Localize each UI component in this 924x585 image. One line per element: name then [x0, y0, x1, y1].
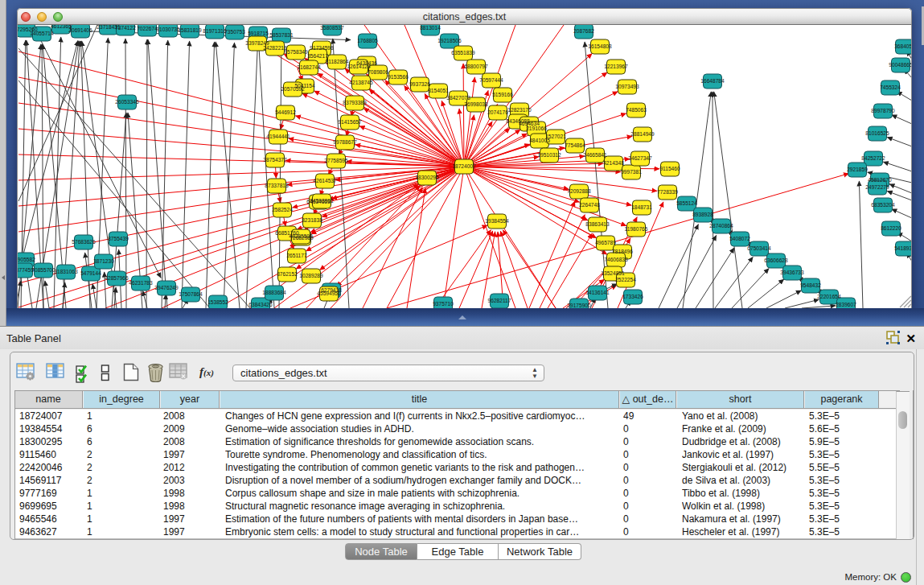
- svg-text:2522254: 2522254: [615, 277, 636, 282]
- svg-text:3684052: 3684052: [894, 43, 912, 49]
- svg-text:83793389: 83793389: [343, 100, 367, 105]
- svg-text:2191066: 2191066: [526, 126, 547, 131]
- svg-text:9153566: 9153566: [388, 74, 409, 80]
- svg-text:70855700: 70855700: [31, 267, 55, 273]
- svg-text:4965789: 4965789: [595, 240, 616, 245]
- svg-text:2074176: 2074176: [487, 109, 508, 115]
- svg-text:4905582: 4905582: [18, 257, 35, 262]
- svg-text:81182864: 81182864: [326, 59, 349, 64]
- svg-text:14136141: 14136141: [585, 290, 610, 295]
- svg-text:8755439: 8755439: [108, 236, 129, 241]
- svg-text:20570592: 20570592: [281, 86, 305, 92]
- svg-text:8231838: 8231838: [302, 217, 322, 223]
- svg-text:12614124: 12614124: [347, 64, 371, 69]
- svg-text:26053346: 26053346: [115, 99, 139, 105]
- svg-text:91734598: 91734598: [310, 45, 334, 51]
- svg-text:9997381: 9997381: [621, 169, 642, 175]
- svg-text:5446912: 5446912: [275, 109, 296, 115]
- svg-text:2264748: 2264748: [579, 202, 600, 208]
- svg-text:28814949: 28814949: [630, 131, 655, 137]
- svg-text:13524851: 13524851: [601, 270, 625, 276]
- svg-text:1527021: 1527021: [545, 134, 566, 139]
- svg-text:7374122: 7374122: [115, 25, 136, 31]
- svg-text:3564217: 3564217: [307, 53, 328, 59]
- svg-text:9115460: 9115460: [659, 166, 680, 171]
- svg-text:45812670: 45812670: [868, 177, 892, 183]
- svg-text:3154051: 3154051: [428, 88, 449, 93]
- svg-text:15831819: 15831819: [178, 27, 202, 33]
- svg-text:17507864: 17507864: [179, 291, 203, 297]
- svg-text:1538552: 1538552: [207, 299, 228, 305]
- svg-text:89978790: 89978790: [871, 108, 895, 113]
- svg-text:42857966: 42857966: [105, 275, 129, 281]
- svg-text:99788677: 99788677: [333, 139, 357, 145]
- svg-text:96282117: 96282117: [488, 298, 511, 303]
- svg-text:57683626: 57683626: [72, 239, 96, 245]
- svg-text:16154808: 16154808: [588, 43, 612, 49]
- svg-text:84252722: 84252722: [861, 155, 885, 161]
- svg-text:63843426: 63843426: [248, 302, 273, 307]
- svg-text:7754864: 7754864: [565, 142, 585, 148]
- svg-text:18300295: 18300295: [415, 175, 439, 180]
- svg-text:18883684: 18883684: [262, 290, 286, 295]
- svg-text:5918715: 5918715: [248, 31, 269, 36]
- svg-text:24972279: 24972279: [865, 184, 889, 190]
- svg-text:4214348: 4214348: [603, 160, 624, 166]
- svg-text:2839607: 2839607: [836, 302, 856, 307]
- svg-text:10973493: 10973493: [615, 84, 639, 89]
- svg-text:12213967: 12213967: [604, 64, 628, 69]
- svg-text:83863413: 83863413: [585, 221, 610, 227]
- svg-text:5479144: 5479144: [80, 270, 101, 276]
- svg-text:91030736: 91030736: [156, 27, 180, 32]
- svg-text:8612220: 8612220: [881, 225, 901, 231]
- svg-text:81016525: 81016525: [865, 130, 889, 136]
- svg-text:5418934: 5418934: [894, 245, 912, 251]
- svg-text:3762152: 3762152: [277, 271, 298, 277]
- svg-text:46231783: 46231783: [129, 280, 153, 286]
- svg-text:95758349: 95758349: [284, 49, 308, 55]
- svg-text:63551839: 63551839: [451, 50, 475, 56]
- svg-text:5408072: 5408072: [729, 236, 750, 241]
- svg-text:2921859: 2921859: [847, 167, 868, 172]
- svg-text:28740864: 28740864: [709, 223, 733, 229]
- svg-text:90048665: 90048665: [889, 62, 912, 68]
- svg-text:7818496: 7818496: [612, 249, 633, 254]
- svg-text:16648784: 16648784: [700, 78, 725, 84]
- svg-text:39476249: 39476249: [154, 285, 179, 290]
- svg-text:9548432: 9548432: [800, 282, 821, 288]
- svg-text:87337818: 87337818: [265, 183, 289, 188]
- svg-text:2087682: 2087682: [573, 28, 594, 34]
- svg-text:24665841: 24665841: [583, 152, 607, 158]
- svg-text:22201654: 22201654: [817, 294, 841, 299]
- svg-text:58537831: 58537831: [269, 32, 294, 38]
- svg-text:38754377: 38754377: [263, 157, 287, 163]
- svg-text:19510312: 19510312: [537, 152, 561, 158]
- svg-text:7089806: 7089806: [368, 69, 388, 75]
- svg-text:42614537: 42614537: [313, 178, 337, 183]
- svg-text:1848731: 1848731: [631, 204, 652, 210]
- svg-text:1733426: 1733426: [622, 294, 643, 299]
- svg-text:45594951: 45594951: [317, 290, 341, 296]
- svg-text:39436733: 39436733: [780, 270, 804, 275]
- svg-text:3871230: 3871230: [93, 258, 114, 264]
- svg-text:10289289: 10289289: [299, 273, 323, 278]
- svg-text:5855124: 5855124: [676, 200, 697, 206]
- svg-text:31682744: 31682744: [297, 64, 321, 70]
- svg-text:18724007: 18724007: [452, 163, 476, 169]
- svg-text:5159166: 5159166: [492, 92, 513, 97]
- svg-text:35808537: 35808537: [320, 25, 344, 31]
- svg-text:27758595: 27758595: [324, 158, 348, 163]
- svg-text:7485063: 7485063: [626, 107, 647, 113]
- svg-text:19384554: 19384554: [485, 218, 509, 224]
- svg-text:14055714: 14055714: [30, 31, 54, 36]
- svg-text:9937326: 9937326: [409, 81, 430, 87]
- svg-text:7728339: 7728339: [657, 189, 678, 195]
- svg-text:11980765: 11980765: [625, 226, 648, 232]
- svg-text:8938928: 8938928: [692, 212, 713, 217]
- svg-text:1768805: 1768805: [357, 38, 378, 43]
- svg-text:20691406: 20691406: [68, 27, 92, 33]
- svg-text:38427073: 38427073: [446, 95, 470, 101]
- svg-text:29175900: 29175900: [567, 303, 591, 308]
- svg-text:74606833: 74606833: [604, 257, 628, 262]
- svg-text:31831063: 31831063: [54, 269, 78, 274]
